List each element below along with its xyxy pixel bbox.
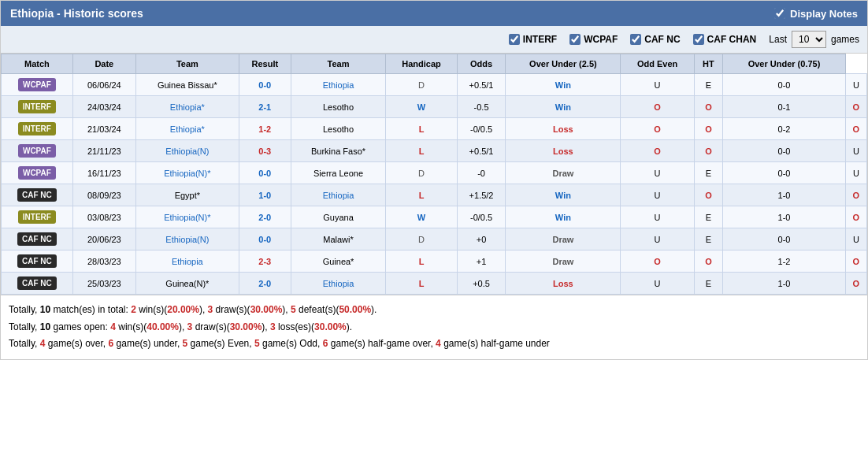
cell-result: 1-0	[239, 184, 291, 206]
cell-date: 03/08/23	[72, 206, 135, 228]
match-badge: CAF NC	[17, 232, 57, 246]
summary-section: Totally, 10 match(es) in total: 2 win(s)…	[1, 295, 867, 359]
display-notes-checkbox[interactable]	[774, 8, 785, 19]
table-row: INTERF 03/08/23 Ethiopia(N)* 2-0 Guyana …	[2, 206, 867, 228]
table-row: INTERF 21/03/24 Ethiopia* 1-2 Lesotho L …	[2, 118, 867, 140]
cell-oddeven: O	[694, 118, 723, 140]
cell-handicap: +0.5	[457, 273, 506, 295]
cell-outcome: D	[386, 228, 457, 250]
page-title: Ethiopia - Historic scores	[10, 7, 143, 20]
cell-ou075: O	[845, 250, 866, 273]
filter-cafnc-checkbox[interactable]	[630, 34, 641, 45]
cell-outcome: L	[386, 140, 457, 162]
cell-result: 0-0	[239, 162, 291, 184]
table-row: CAF NC 28/03/23 Ethiopia 2-3 Guinea* L +…	[2, 250, 867, 273]
cell-team1: Ethiopia(N)*	[135, 162, 239, 184]
cell-odds: Draw	[506, 162, 621, 184]
cell-date: 16/11/23	[72, 162, 135, 184]
games-label: games	[831, 34, 859, 45]
filter-interf-label: INTERF	[523, 34, 557, 45]
cell-ht: 1-0	[723, 184, 846, 206]
cell-badge: WCPAF	[2, 140, 73, 162]
match-badge: CAF NC	[17, 188, 57, 202]
cell-ou075: U	[845, 228, 866, 250]
games-count-select[interactable]: 10 20 30	[792, 31, 826, 48]
cell-odds: Loss	[506, 118, 621, 140]
cell-odds: Draw	[506, 228, 621, 250]
table-row: CAF NC 08/09/23 Egypt* 1-0 Ethiopia L +1…	[2, 184, 867, 206]
filter-wcpaf-checkbox[interactable]	[569, 34, 581, 45]
filter-cafnc-label: CAF NC	[644, 34, 680, 45]
summary-line: Totally, 10 games open: 4 win(s)(40.00%)…	[9, 319, 859, 336]
cell-team2: Lesotho	[291, 118, 386, 140]
cell-ou25: O	[621, 250, 694, 273]
cell-ou25: U	[621, 74, 694, 96]
cell-ht: 1-0	[723, 206, 846, 228]
cell-date: 08/09/23	[72, 184, 135, 206]
cell-oddeven: E	[694, 74, 723, 96]
cell-odds: Loss	[506, 140, 621, 162]
cell-result: 0-0	[239, 74, 291, 96]
cell-ht: 0-2	[723, 118, 846, 140]
filter-cafchan-checkbox[interactable]	[693, 34, 704, 45]
cell-ou075: U	[845, 74, 866, 96]
cell-badge: CAF NC	[2, 184, 73, 206]
table-header-row: Match Date Team Result Team Handicap Odd…	[2, 54, 867, 74]
cell-oddeven: O	[694, 96, 723, 118]
cell-oddeven: O	[694, 140, 723, 162]
cell-date: 20/06/23	[72, 228, 135, 250]
cell-result: 0-0	[239, 228, 291, 250]
filter-interf-checkbox[interactable]	[509, 34, 520, 45]
cell-oddeven: E	[694, 162, 723, 184]
col-odds: Odds	[457, 54, 506, 74]
cell-handicap: +0	[457, 228, 506, 250]
cell-handicap: +0.5/1	[457, 140, 506, 162]
cell-ou25: U	[621, 162, 694, 184]
cell-oddeven: O	[694, 250, 723, 273]
cell-ou25: O	[621, 96, 694, 118]
cell-team2: Sierra Leone	[291, 162, 386, 184]
cell-team2: Ethiopia	[291, 184, 386, 206]
cell-ou075: O	[845, 206, 866, 228]
table-row: INTERF 24/03/24 Ethiopia* 2-1 Lesotho W …	[2, 96, 867, 118]
cell-outcome: L	[386, 118, 457, 140]
cell-ht: 0-0	[723, 74, 846, 96]
cell-team1: Ethiopia(N)*	[135, 206, 239, 228]
table-row: WCPAF 06/06/24 Guinea Bissau* 0-0 Ethiop…	[2, 74, 867, 96]
summary-line: Totally, 4 game(s) over, 6 game(s) under…	[9, 336, 859, 353]
match-badge: WCPAF	[18, 166, 56, 180]
match-badge: INTERF	[18, 210, 56, 224]
last-label: Last	[769, 34, 787, 45]
filter-cafchan-label: CAF CHAN	[707, 34, 757, 45]
cell-ht: 0-1	[723, 96, 846, 118]
table-row: WCPAF 21/11/23 Ethiopia(N) 0-3 Burkina F…	[2, 140, 867, 162]
col-match: Match	[2, 54, 73, 74]
col-ou075: Over Under (0.75)	[723, 54, 846, 74]
cell-result: 1-2	[239, 118, 291, 140]
cell-ht: 1-0	[723, 273, 846, 295]
cell-odds: Win	[506, 184, 621, 206]
cell-oddeven: E	[694, 273, 723, 295]
cell-ou25: U	[621, 228, 694, 250]
cell-ou075: O	[845, 184, 866, 206]
cell-oddeven: E	[694, 206, 723, 228]
cell-date: 06/06/24	[72, 74, 135, 96]
cell-badge: CAF NC	[2, 228, 73, 250]
cell-team2: Ethiopia	[291, 74, 386, 96]
cell-odds: Win	[506, 74, 621, 96]
cell-team1: Ethiopia(N)	[135, 140, 239, 162]
cell-ht: 0-0	[723, 162, 846, 184]
cell-ht: 1-2	[723, 250, 846, 273]
display-notes-container: Display Notes	[774, 8, 858, 20]
cell-odds: Win	[506, 96, 621, 118]
cell-outcome: W	[386, 206, 457, 228]
cell-date: 24/03/24	[72, 96, 135, 118]
filter-interf: INTERF	[509, 34, 557, 45]
col-oddeven: Odd Even	[621, 54, 694, 74]
cell-team1: Ethiopia*	[135, 96, 239, 118]
filter-wcpaf-label: WCPAF	[584, 34, 618, 45]
cell-badge: CAF NC	[2, 250, 73, 273]
match-badge: WCPAF	[18, 78, 56, 91]
cell-ou25: O	[621, 118, 694, 140]
cell-badge: INTERF	[2, 206, 73, 228]
